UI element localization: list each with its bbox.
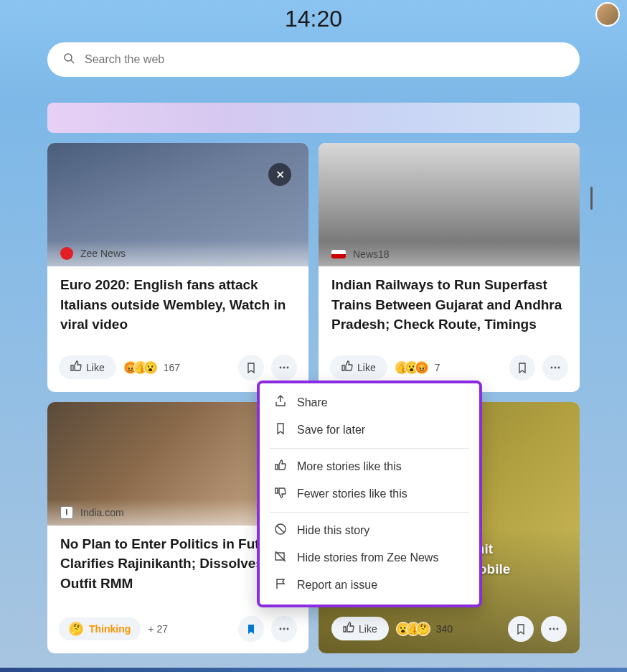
- thumbs-up-icon: [274, 459, 287, 475]
- more-button[interactable]: [271, 616, 297, 642]
- share-icon: [274, 395, 287, 411]
- bookmark-button[interactable]: [508, 616, 534, 642]
- menu-label: Save for later: [297, 424, 365, 437]
- thinking-emoji-icon: 🤔: [416, 622, 430, 636]
- source-label: Zee News: [80, 248, 126, 259]
- menu-label: Fewer stories like this: [297, 487, 407, 500]
- thinking-label: Thinking: [89, 623, 131, 635]
- svg-point-13: [557, 627, 559, 630]
- like-label: Like: [359, 623, 377, 635]
- bookmark-icon: [274, 422, 287, 438]
- source-icon: [60, 247, 73, 260]
- svg-point-12: [553, 627, 555, 630]
- search-icon: [63, 52, 75, 67]
- news-card[interactable]: ✕ Zee News Euro 2020: English fans attac…: [47, 143, 308, 392]
- like-button[interactable]: Like: [59, 355, 116, 379]
- svg-point-5: [551, 366, 553, 368]
- like-button[interactable]: Like: [330, 355, 387, 379]
- card-title: Euro 2020: English fans attack Italians …: [60, 275, 296, 335]
- clock-display: 14:20: [0, 0, 627, 42]
- source-label: News18: [353, 248, 390, 260]
- source-row: Zee News: [47, 240, 308, 267]
- menu-share[interactable]: Share: [260, 389, 479, 416]
- menu-label: Hide stories from Zee News: [297, 551, 438, 564]
- svg-point-4: [287, 366, 289, 368]
- menu-label: Hide this story: [297, 524, 369, 537]
- reaction-count: 340: [436, 623, 453, 635]
- avatar[interactable]: [595, 2, 620, 27]
- more-button[interactable]: [542, 355, 568, 381]
- svg-line-1: [71, 60, 74, 63]
- card-image: News18: [319, 143, 580, 266]
- like-label: Like: [357, 362, 376, 373]
- svg-point-9: [283, 627, 286, 630]
- svg-point-10: [287, 627, 289, 630]
- svg-point-6: [555, 366, 557, 368]
- card-title: Indian Railways to Run Superfast Trains …: [331, 275, 567, 335]
- thumbs-up-icon: [341, 360, 353, 374]
- svg-point-0: [65, 54, 72, 61]
- more-button[interactable]: [541, 616, 567, 642]
- thinking-button[interactable]: 🤔 Thinking: [59, 617, 141, 640]
- hide-source-icon: [274, 550, 287, 566]
- more-button[interactable]: [271, 355, 297, 381]
- surprised-emoji-icon: 😮: [143, 360, 158, 375]
- bookmark-button[interactable]: [509, 355, 535, 381]
- source-label: India.com: [80, 507, 124, 518]
- thumbs-up-icon: [70, 360, 82, 374]
- block-icon: [274, 523, 287, 538]
- reactions[interactable]: 😡 👍 😮 167: [123, 360, 180, 375]
- svg-point-8: [280, 627, 282, 630]
- thumbs-up-icon: [343, 622, 354, 635]
- menu-label: Report an issue: [297, 579, 377, 592]
- card-image: ✕ Zee News: [47, 143, 308, 266]
- svg-point-11: [550, 627, 552, 630]
- source-icon: I: [60, 506, 73, 519]
- taskbar-strip: [0, 668, 627, 672]
- reaction-count: 167: [164, 362, 180, 373]
- reactions[interactable]: 😮 👍 🤔 340: [396, 622, 453, 636]
- menu-hide-source[interactable]: Hide stories from Zee News: [260, 544, 479, 571]
- flag-icon: [274, 577, 287, 593]
- menu-label: Share: [297, 396, 328, 409]
- search-input[interactable]: [85, 53, 564, 66]
- svg-line-15: [277, 526, 284, 533]
- reactions[interactable]: 👍 😮 😡 7: [395, 360, 440, 375]
- menu-save[interactable]: Save for later: [260, 416, 479, 444]
- thumbs-down-icon: [274, 486, 287, 502]
- menu-fewer-stories[interactable]: Fewer stories like this: [260, 480, 479, 508]
- close-icon[interactable]: ✕: [268, 163, 291, 186]
- news-card[interactable]: News18 Indian Railways to Run Superfast …: [319, 143, 580, 392]
- reaction-count: + 27: [148, 623, 168, 635]
- bookmark-button-active[interactable]: [238, 616, 264, 642]
- source-row: News18: [319, 241, 580, 267]
- search-bar[interactable]: [47, 42, 580, 77]
- bookmark-button[interactable]: [238, 355, 264, 381]
- svg-point-7: [558, 366, 560, 368]
- context-menu: Share Save for later More stories like t…: [257, 381, 482, 607]
- menu-more-stories[interactable]: More stories like this: [260, 453, 479, 480]
- source-icon: [331, 250, 346, 258]
- svg-point-3: [283, 366, 286, 368]
- angry-emoji-icon: 😡: [415, 360, 429, 375]
- like-button[interactable]: Like: [331, 617, 389, 640]
- thinking-emoji-icon: 🤔: [69, 622, 83, 636]
- reaction-count: 7: [435, 362, 440, 373]
- menu-label: More stories like this: [297, 460, 402, 473]
- svg-point-2: [280, 366, 282, 368]
- promo-banner: [47, 103, 580, 133]
- like-label: Like: [86, 362, 105, 373]
- reactions[interactable]: + 27: [148, 623, 168, 635]
- menu-report[interactable]: Report an issue: [260, 571, 479, 599]
- menu-hide-story[interactable]: Hide this story: [260, 517, 479, 544]
- scroll-indicator[interactable]: [590, 187, 593, 210]
